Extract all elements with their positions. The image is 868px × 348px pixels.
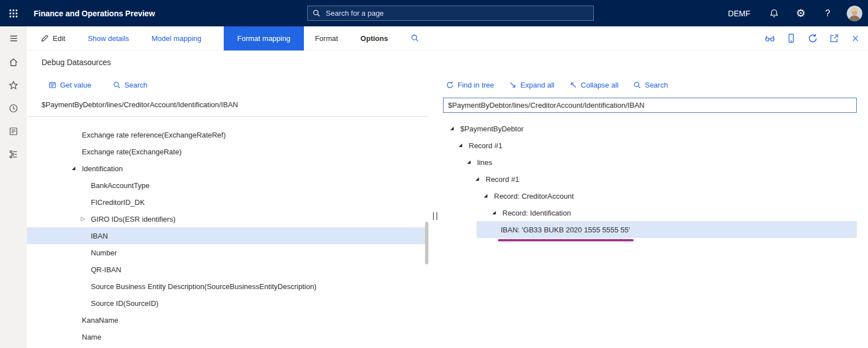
edit-label: Edit: [53, 34, 65, 43]
data-tree-node[interactable]: ◢$PaymentByDebtor: [443, 120, 857, 137]
tree-item-label: Source Business Entity Description(Sourc…: [91, 282, 316, 291]
search-icon: [312, 9, 325, 17]
sidebar-item-favorites[interactable]: [0, 74, 27, 97]
waffle-menu-button[interactable]: [0, 0, 27, 26]
tree-item-label: FICreditorID_DK: [91, 198, 145, 207]
datasources-pane: Get value Search $PaymentByDebtor/lines/…: [41, 79, 428, 348]
tree-item-label: $PaymentByDebtor: [460, 125, 524, 133]
expand-all-label: Expand all: [520, 81, 555, 89]
datasource-tree-item[interactable]: ▷GIRO IDs(ESR identifiers): [27, 210, 425, 227]
datasources-tree: Exchange rate reference(ExchangeRateRef)…: [41, 117, 428, 345]
collapse-node-icon[interactable]: ◢: [492, 210, 502, 215]
datasource-tree-item[interactable]: IBAN: [27, 227, 425, 244]
datasource-tree-item[interactable]: ◢Identification: [27, 160, 425, 177]
selected-datasource-path[interactable]: $PaymentByDebtor/lines/CreditorAccount/I…: [27, 100, 428, 117]
tree-item-label: Record: Identification: [502, 209, 571, 217]
collapse-node-icon[interactable]: ◢: [475, 177, 486, 181]
show-details-label: Show details: [87, 34, 129, 43]
preview-glasses-button[interactable]: [764, 32, 776, 44]
topbar-right-group: DEMF ⚙ ?: [721, 0, 868, 26]
open-in-new-window-button[interactable]: [828, 32, 840, 44]
sidebar-item-workspaces[interactable]: [0, 143, 27, 166]
expand-node-icon[interactable]: ▷: [81, 216, 91, 222]
show-details-button[interactable]: Show details: [87, 34, 129, 43]
glasses-icon: [764, 33, 775, 44]
data-tree-node[interactable]: ◢Record: CreditorAccount: [443, 187, 857, 204]
collapse-node-icon[interactable]: ◢: [484, 194, 494, 198]
tab-format[interactable]: Format: [315, 34, 338, 43]
find-in-tree-button[interactable]: Find in tree: [446, 81, 494, 89]
expand-all-icon: [509, 81, 517, 89]
star-icon: [8, 80, 19, 90]
search-icon: [633, 81, 641, 89]
company-selector[interactable]: DEMF: [721, 9, 760, 18]
data-tree-node[interactable]: IBAN: 'GB33 BUKB 2020 1555 5555 55': [477, 221, 857, 238]
data-tree-node[interactable]: ◢Record: Identification: [443, 204, 857, 221]
collapse-node-icon[interactable]: ◢: [459, 143, 469, 148]
data-tree-search-label: Search: [645, 81, 668, 89]
datasource-tree-item[interactable]: Name: [27, 328, 425, 345]
actionbar-search-button[interactable]: [410, 34, 419, 43]
close-button[interactable]: [849, 32, 861, 44]
datasources-search-button[interactable]: Search: [113, 81, 147, 89]
tree-item-label: Record #1: [469, 141, 502, 150]
tree-item-label: Source ID(SourceID): [91, 299, 159, 308]
data-tree-node[interactable]: ◢Record #1: [443, 137, 857, 154]
tab-format-mapping[interactable]: Format mapping: [224, 26, 304, 51]
sidebar-item-recent[interactable]: [0, 97, 27, 120]
expand-navigation-button[interactable]: [0, 26, 27, 51]
collapse-node-icon[interactable]: ◢: [467, 160, 477, 164]
tab-options[interactable]: Options: [361, 34, 388, 43]
find-in-tree-icon: [446, 81, 454, 89]
get-value-button[interactable]: Get value: [48, 81, 91, 89]
datasource-tree-item[interactable]: QR-IBAN: [27, 261, 425, 278]
sidebar-item-forms[interactable]: [0, 120, 27, 143]
page-search-input[interactable]: [325, 8, 589, 18]
datasource-tree-item[interactable]: Exchange rate reference(ExchangeRateRef): [27, 126, 425, 143]
tree-item-label: Identification: [82, 164, 123, 173]
collapse-all-button[interactable]: Collapse all: [569, 81, 618, 89]
tree-item-label: IBAN: [91, 232, 108, 240]
collapse-all-label: Collapse all: [581, 81, 618, 89]
page-search-box[interactable]: [307, 6, 594, 21]
find-in-tree-label: Find in tree: [458, 81, 494, 89]
tree-path-input[interactable]: [443, 98, 857, 113]
page-title: Debug Datasources: [41, 58, 857, 67]
expand-all-button[interactable]: Expand all: [509, 81, 555, 89]
settings-button[interactable]: ⚙: [787, 0, 814, 26]
edit-button[interactable]: Edit: [40, 34, 65, 43]
format-mapping-label: Format mapping: [237, 34, 290, 43]
datasource-tree-item[interactable]: FICreditorID_DK: [27, 194, 425, 210]
data-tree-search-button[interactable]: Search: [633, 81, 668, 89]
refresh-button[interactable]: [806, 32, 819, 44]
model-mapping-button[interactable]: Model mapping: [151, 34, 201, 43]
tree-item-label: Name: [82, 333, 101, 341]
help-button[interactable]: ?: [814, 0, 841, 26]
datasource-tree-item[interactable]: BankAccountType: [27, 177, 425, 194]
datasource-tree-item[interactable]: Exchange rate(ExchangeRate): [27, 143, 425, 160]
hamburger-icon: [9, 34, 19, 43]
open-in-new-window-icon: [829, 33, 839, 44]
get-value-icon: [48, 81, 57, 89]
datasource-tree-item[interactable]: KanaName: [27, 312, 425, 328]
data-tree-node[interactable]: ◢lines: [443, 154, 857, 171]
debug-datasources-panel: Debug Datasources Get value: [27, 51, 868, 348]
app-title[interactable]: Finance and Operations Preview: [34, 9, 155, 18]
sidebar-item-home[interactable]: [0, 51, 27, 74]
account-button[interactable]: [841, 0, 868, 26]
tree-item-label: KanaName: [82, 316, 118, 324]
pane-splitter[interactable]: [428, 79, 443, 348]
model-mapping-label: Model mapping: [151, 34, 201, 43]
datasource-tree-item[interactable]: Number: [27, 244, 425, 261]
notifications-button[interactable]: [760, 0, 787, 26]
search-icon: [113, 81, 121, 89]
collapse-node-icon[interactable]: ◢: [450, 126, 460, 131]
tree-item-label: Exchange rate reference(ExchangeRateRef): [82, 131, 226, 139]
form-icon: [8, 126, 19, 136]
companion-device-button[interactable]: [785, 32, 797, 44]
collapse-node-icon[interactable]: ◢: [72, 166, 82, 171]
datasource-tree-item[interactable]: Source ID(SourceID): [27, 295, 425, 312]
data-tree-node[interactable]: ◢Record #1: [443, 171, 857, 187]
tree-item-label: Record: CreditorAccount: [494, 192, 574, 200]
datasource-tree-item[interactable]: Source Business Entity Description(Sourc…: [27, 278, 425, 295]
